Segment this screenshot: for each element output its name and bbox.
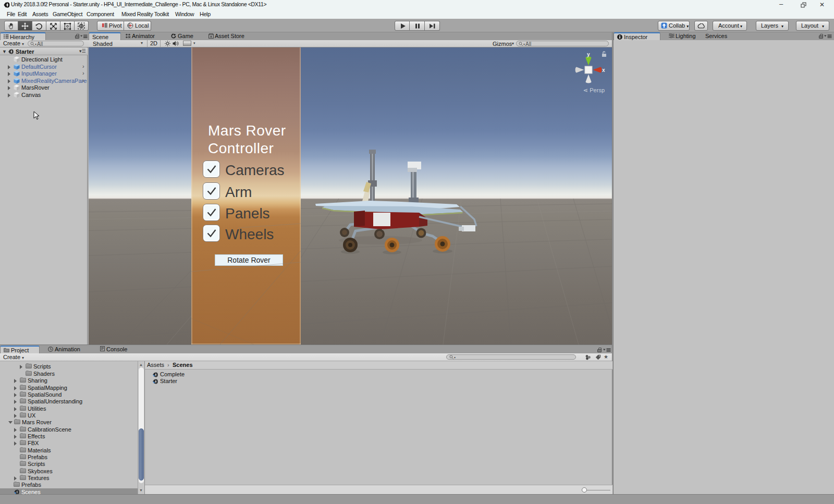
svg-text:y: y xyxy=(587,52,590,57)
svg-text:⋖ Persp: ⋖ Persp xyxy=(583,87,605,93)
svg-text:x: x xyxy=(602,67,605,73)
